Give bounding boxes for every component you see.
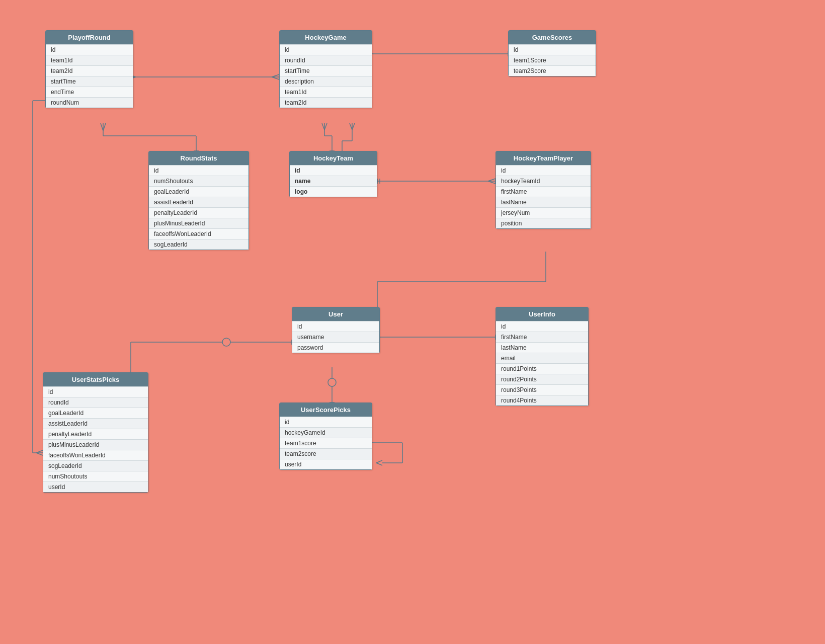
entity-user-stats-picks: UserStatsPicks id roundId goalLeaderId a… bbox=[43, 372, 148, 493]
entity-header-user-score-picks: UserScorePicks bbox=[280, 403, 372, 417]
field-hg-description: description bbox=[280, 76, 372, 87]
field-ui-id: id bbox=[496, 321, 588, 332]
svg-line-64 bbox=[36, 450, 43, 453]
entity-user-info: UserInfo id firstName lastName email rou… bbox=[496, 307, 589, 406]
field-htp-position: position bbox=[496, 218, 591, 228]
svg-line-21 bbox=[324, 123, 327, 130]
field-pr-starttime: startTime bbox=[46, 76, 133, 87]
svg-line-15 bbox=[103, 123, 106, 131]
field-uscp-team1score: team1score bbox=[280, 438, 372, 448]
field-ui-email: email bbox=[496, 353, 588, 363]
field-ht-logo: logo bbox=[290, 186, 377, 197]
field-rs-goalleaderid: goalLeaderId bbox=[149, 186, 249, 197]
field-rs-sogleaderid: sogLeaderId bbox=[149, 239, 249, 250]
field-hg-roundid: roundId bbox=[280, 55, 372, 65]
entity-header-user-stats-picks: UserStatsPicks bbox=[43, 373, 148, 386]
field-uscp-id: id bbox=[280, 417, 372, 427]
entity-game-scores: GameScores id team1Score team2Score bbox=[508, 30, 596, 76]
field-usp-assistleaderid: assistLeaderId bbox=[43, 418, 148, 429]
field-usp-sogleaderid: sogLeaderId bbox=[43, 460, 148, 471]
entity-round-stats: RoundStats id numShoutouts goalLeaderId … bbox=[148, 151, 249, 250]
field-u-password: password bbox=[292, 342, 379, 353]
entity-header-hockey-team-player: HockeyTeamPlayer bbox=[496, 151, 591, 165]
entity-header-playoff-round: PlayoffRound bbox=[46, 31, 133, 44]
field-usp-id: id bbox=[43, 386, 148, 397]
field-uscp-team2score: team2score bbox=[280, 448, 372, 459]
field-ht-name: name bbox=[290, 176, 377, 186]
field-rs-numshoutouts: numShoutouts bbox=[149, 176, 249, 186]
field-usp-penaltyleaderid: penaltyLeaderId bbox=[43, 429, 148, 439]
svg-line-27 bbox=[352, 123, 355, 130]
field-ht-id: id bbox=[290, 165, 377, 176]
field-gs-id: id bbox=[509, 44, 596, 55]
entity-hockey-team-player: HockeyTeamPlayer id hockeyTeamId firstNa… bbox=[496, 151, 591, 229]
field-pr-team1id: team1Id bbox=[46, 55, 133, 65]
svg-line-32 bbox=[488, 181, 496, 184]
entity-hockey-team: HockeyTeam id name logo bbox=[289, 151, 377, 197]
field-pr-team2id: team2Id bbox=[46, 65, 133, 76]
entity-playoff-round: PlayoffRound id team1Id team2Id startTim… bbox=[45, 30, 133, 108]
field-rs-plusminusleaderid: plusMinusLeaderId bbox=[149, 218, 249, 228]
field-ui-lastname: lastName bbox=[496, 342, 588, 353]
field-ui-round3points: round3Points bbox=[496, 384, 588, 395]
entity-header-user: User bbox=[292, 307, 379, 321]
field-usp-roundid: roundId bbox=[43, 397, 148, 408]
field-ui-round1points: round1Points bbox=[496, 363, 588, 374]
svg-line-65 bbox=[36, 453, 43, 455]
entity-header-round-stats: RoundStats bbox=[149, 151, 249, 165]
field-hg-starttime: startTime bbox=[280, 65, 372, 76]
field-htp-firstname: firstName bbox=[496, 186, 591, 197]
field-uscp-hockeygameid: hockeyGameId bbox=[280, 427, 372, 438]
field-rs-faceoffswonleaderid: faceoffsWonLeaderId bbox=[149, 228, 249, 239]
entity-header-hockey-game: HockeyGame bbox=[280, 31, 372, 44]
field-u-username: username bbox=[292, 332, 379, 342]
field-htp-lastname: lastName bbox=[496, 197, 591, 207]
field-pr-endtime: endTime bbox=[46, 87, 133, 97]
svg-line-31 bbox=[488, 179, 496, 181]
field-ui-round2points: round2Points bbox=[496, 374, 588, 384]
field-htp-hockeyteamid: hockeyTeamId bbox=[496, 176, 591, 186]
field-hg-team2id: team2Id bbox=[280, 97, 372, 108]
field-hg-team1id: team1Id bbox=[280, 87, 372, 97]
field-rs-assistleaderid: assistLeaderId bbox=[149, 197, 249, 207]
entity-header-game-scores: GameScores bbox=[509, 31, 596, 44]
field-uscp-userid: userId bbox=[280, 459, 372, 469]
field-rs-penaltyleaderid: penaltyLeaderId bbox=[149, 207, 249, 218]
field-usp-numshoutouts: numShoutouts bbox=[43, 471, 148, 481]
field-pr-id: id bbox=[46, 44, 133, 55]
field-hg-id: id bbox=[280, 44, 372, 55]
field-htp-jerseynum: jerseyNum bbox=[496, 207, 591, 218]
entity-user: User id username password bbox=[292, 307, 380, 353]
field-pr-roundnum: roundNum bbox=[46, 97, 133, 108]
field-rs-id: id bbox=[149, 165, 249, 176]
field-usp-goalleaderid: goalLeaderId bbox=[43, 408, 148, 418]
svg-point-47 bbox=[328, 378, 336, 386]
entity-hockey-game: HockeyGame id roundId startTime descript… bbox=[279, 30, 372, 108]
entity-user-score-picks: UserScorePicks id hockeyGameId team1scor… bbox=[279, 403, 372, 470]
field-usp-plusminusleaderid: plusMinusLeaderId bbox=[43, 439, 148, 450]
field-gs-team2score: team2Score bbox=[509, 65, 596, 76]
svg-line-5 bbox=[272, 74, 279, 77]
field-gs-team1score: team1Score bbox=[509, 55, 596, 65]
svg-line-6 bbox=[272, 77, 279, 79]
entity-header-hockey-team: HockeyTeam bbox=[290, 151, 377, 165]
svg-point-34 bbox=[222, 338, 230, 346]
field-u-id: id bbox=[292, 321, 379, 332]
svg-line-26 bbox=[350, 123, 352, 130]
diagram-container: PlayoffRound id team1Id team2Id startTim… bbox=[0, 0, 825, 644]
svg-line-57 bbox=[376, 463, 382, 465]
svg-line-56 bbox=[376, 460, 382, 463]
field-usp-faceoffswonleaderid: faceoffsWonLeaderId bbox=[43, 450, 148, 460]
entity-header-user-info: UserInfo bbox=[496, 307, 588, 321]
field-htp-id: id bbox=[496, 165, 591, 176]
svg-line-14 bbox=[101, 123, 103, 131]
field-usp-userid: userId bbox=[43, 481, 148, 492]
field-ui-round4points: round4Points bbox=[496, 395, 588, 406]
svg-line-20 bbox=[322, 123, 324, 130]
field-ui-firstname: firstName bbox=[496, 332, 588, 342]
